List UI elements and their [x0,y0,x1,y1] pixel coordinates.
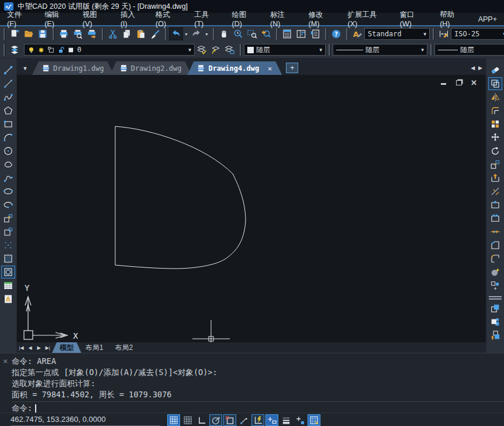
stretch-button[interactable] [488,171,502,184]
tracking-toggle[interactable] [294,414,306,426]
help-button[interactable]: ? [329,28,343,40]
mirror-button[interactable] [488,91,502,104]
rectangle-button[interactable] [1,118,15,130]
menu-item-f[interactable]: 文件(F) [0,13,37,25]
menu-item-w[interactable]: 窗口(W) [393,13,433,25]
zoom-window-button[interactable] [245,28,259,40]
grid-toggle[interactable] [181,414,194,426]
line-button[interactable] [1,64,15,77]
properties-button[interactable] [280,28,294,40]
menu-item-x[interactable]: 扩展工具(X) [340,13,392,25]
insert-block-button[interactable] [1,212,15,225]
revision-cloud-button[interactable] [1,158,15,171]
erase-button[interactable] [488,64,502,77]
hatch-button[interactable] [1,252,15,265]
menu-item-i[interactable]: 插入(I) [113,13,149,25]
copy-button[interactable] [488,77,502,90]
layout-nav-first-icon[interactable]: |◀ [17,345,26,351]
command-prompt[interactable]: 命令: [12,401,504,414]
array-button[interactable] [488,118,502,130]
command-line[interactable]: × 命令: AREA指定第一点或 [对象(O)/添加(A)/减去(S)]<对象(… [0,353,504,413]
draworder-above-button[interactable] [488,329,502,342]
ortho-toggle[interactable] [195,414,208,426]
plot-preview-button[interactable] [71,28,85,40]
pan-button[interactable] [217,28,231,40]
document-tab-2[interactable]: DWGDrawing2.dwg [110,61,192,75]
color-select[interactable]: 随层▼ [244,44,326,56]
join-button[interactable] [488,225,502,238]
menu-item-o[interactable]: 格式(O) [149,13,187,25]
design-center-button[interactable] [294,28,308,40]
layer-properties-button[interactable] [8,43,22,56]
undo-dropdown-icon[interactable]: ▼ [183,32,189,36]
draworder-front-button[interactable] [488,302,502,315]
layer-states-button[interactable] [223,43,237,56]
break-at-point-button[interactable] [488,198,502,211]
fillet-button[interactable] [488,252,502,265]
scale-button[interactable] [488,158,502,171]
menu-item-h[interactable]: 帮助(H) [433,13,471,25]
tab-scroll-right-icon[interactable]: ▶ [478,65,482,71]
make-layer-current-button[interactable] [195,43,209,56]
menu-item-v[interactable]: 视图(V) [75,13,113,25]
layer-previous-button[interactable] [209,43,223,56]
new-tab-button[interactable]: + [286,63,298,73]
table-button[interactable] [1,279,15,292]
ellipse-arc-button[interactable] [1,198,15,211]
publish-button[interactable] [85,28,99,40]
layout-tab-3[interactable]: 布局2 [108,342,141,353]
tab-list-menu-button[interactable]: ▼ [18,62,32,75]
region-button[interactable] [1,266,15,279]
ducs-toggle[interactable] [251,414,264,426]
d-shape[interactable] [115,126,246,269]
layout-nav-next-icon[interactable]: ▶ [34,345,43,351]
point-button[interactable] [1,239,15,252]
snap-toggle[interactable] [167,414,180,426]
rotate-button[interactable] [488,145,502,157]
linetype-select[interactable]: 随层▼ [333,44,427,56]
polygon-button[interactable] [1,104,15,117]
document-tab-3[interactable]: DWGDrawing4.dwg✕ [187,61,282,75]
tool-palettes-button[interactable] [308,28,322,40]
close-icon[interactable]: ✕ [268,64,272,73]
draworder-back-button[interactable] [488,315,502,328]
minimize-icon[interactable] [440,79,447,86]
circle-button[interactable] [1,145,15,157]
document-tab-1[interactable]: DWGDrawing1.dwg [32,61,114,75]
menu-item-d[interactable]: 绘图(D) [225,13,263,25]
redo-dropdown-icon[interactable]: ▼ [203,32,210,36]
drawing-canvas[interactable]: Y X ✕ [17,75,486,342]
cut-button[interactable] [106,28,120,40]
dyn-toggle[interactable] [265,414,278,426]
layout-nav-prev-icon[interactable]: ◀ [26,345,34,351]
close-icon[interactable]: ✕ [470,79,478,86]
open-button[interactable] [22,28,36,40]
layout-tab-1[interactable]: 模型 [52,342,81,353]
otrack-toggle[interactable] [237,414,250,426]
save-button[interactable] [36,28,50,40]
zoom-realtime-button[interactable] [231,28,245,40]
osnap-toggle[interactable] [223,414,236,426]
paste-button[interactable] [134,28,148,40]
new-button[interactable] [8,28,22,40]
tab-scroll-left-icon[interactable]: ◀ [471,65,475,71]
construction-line-button[interactable] [1,77,15,90]
lineweight-select[interactable]: 随层 [434,44,504,56]
dim-style-select[interactable]: ISO-25▼ [451,28,504,40]
break-button[interactable] [488,212,502,225]
arc-button[interactable] [1,131,15,144]
restore-icon[interactable] [455,79,462,86]
close-icon[interactable]: × [3,358,8,365]
blend-curves-button[interactable] [488,266,502,279]
copy-clip-button[interactable] [120,28,134,40]
make-block-button[interactable] [1,225,15,238]
spline-button[interactable] [1,171,15,184]
zoom-previous-button[interactable] [259,28,273,40]
offset-button[interactable] [488,104,502,117]
lineweight-toggle[interactable] [279,414,292,426]
layout-nav-last-icon[interactable]: ▶| [43,345,52,351]
move-button[interactable] [488,131,502,144]
menu-item-t[interactable]: 工具(T) [187,13,225,25]
redo-button[interactable] [189,28,203,40]
menu-item-e[interactable]: 编辑(E) [37,13,75,25]
